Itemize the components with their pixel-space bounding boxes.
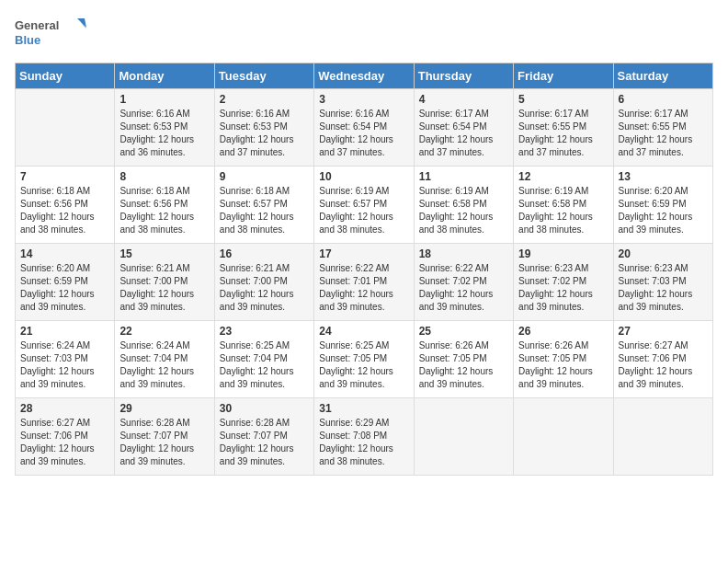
cell-content: Sunrise: 6:19 AM Sunset: 6:58 PM Dayligh… [518,185,608,236]
cell-content: Sunrise: 6:25 AM Sunset: 7:04 PM Dayligh… [220,339,309,391]
calendar-cell: 13Sunrise: 6:20 AM Sunset: 6:59 PM Dayli… [613,167,712,244]
day-number: 13 [619,170,708,183]
header-cell-wednesday: Wednesday [314,63,414,89]
cell-content: Sunrise: 6:18 AM Sunset: 6:56 PM Dayligh… [119,185,209,236]
day-number: 31 [319,402,408,415]
day-number: 7 [20,170,109,183]
week-row-1: 1Sunrise: 6:16 AM Sunset: 6:53 PM Daylig… [16,89,713,167]
calendar-cell: 20Sunrise: 6:23 AM Sunset: 7:03 PM Dayli… [613,244,712,321]
calendar-cell: 1Sunrise: 6:16 AM Sunset: 6:53 PM Daylig… [115,89,214,167]
calendar-body: 1Sunrise: 6:16 AM Sunset: 6:53 PM Daylig… [16,89,713,476]
cell-content: Sunrise: 6:19 AM Sunset: 6:57 PM Dayligh… [319,185,408,236]
day-number: 3 [319,93,408,106]
day-number: 18 [419,247,508,260]
day-number: 23 [220,325,309,338]
calendar-cell: 9Sunrise: 6:18 AM Sunset: 6:57 PM Daylig… [214,167,313,244]
calendar-cell: 25Sunrise: 6:26 AM Sunset: 7:05 PM Dayli… [414,321,513,398]
day-number: 16 [220,247,309,260]
calendar-cell [514,398,613,476]
cell-content: Sunrise: 6:22 AM Sunset: 7:01 PM Dayligh… [319,262,408,314]
day-number: 1 [119,93,209,106]
day-number: 20 [619,247,708,260]
cell-content: Sunrise: 6:25 AM Sunset: 7:05 PM Dayligh… [319,339,408,391]
day-number: 28 [20,402,109,415]
header-cell-tuesday: Tuesday [214,63,313,89]
page-header: General Blue [15,15,713,52]
calendar-cell: 24Sunrise: 6:25 AM Sunset: 7:05 PM Dayli… [314,321,414,398]
logo-svg: General Blue [15,15,88,52]
day-number: 26 [518,325,608,338]
week-row-3: 14Sunrise: 6:20 AM Sunset: 6:59 PM Dayli… [16,244,713,321]
day-number: 9 [220,170,309,183]
cell-content: Sunrise: 6:27 AM Sunset: 7:06 PM Dayligh… [20,417,109,468]
calendar-cell: 16Sunrise: 6:21 AM Sunset: 7:00 PM Dayli… [214,244,313,321]
day-number: 15 [119,247,209,260]
week-row-4: 21Sunrise: 6:24 AM Sunset: 7:03 PM Dayli… [16,321,713,398]
calendar-table: SundayMondayTuesdayWednesdayThursdayFrid… [15,63,713,476]
calendar-cell: 10Sunrise: 6:19 AM Sunset: 6:57 PM Dayli… [314,167,414,244]
cell-content: Sunrise: 6:27 AM Sunset: 7:06 PM Dayligh… [619,339,708,391]
calendar-cell [414,398,513,476]
cell-content: Sunrise: 6:26 AM Sunset: 7:05 PM Dayligh… [419,339,508,391]
calendar-cell: 21Sunrise: 6:24 AM Sunset: 7:03 PM Dayli… [16,321,115,398]
day-number: 6 [619,93,708,106]
day-number: 2 [220,93,309,106]
calendar-cell: 5Sunrise: 6:17 AM Sunset: 6:55 PM Daylig… [514,89,613,167]
calendar-cell: 22Sunrise: 6:24 AM Sunset: 7:04 PM Dayli… [115,321,214,398]
calendar-cell [613,398,712,476]
cell-content: Sunrise: 6:26 AM Sunset: 7:05 PM Dayligh… [518,339,608,391]
calendar-cell: 29Sunrise: 6:28 AM Sunset: 7:07 PM Dayli… [115,398,214,476]
day-number: 11 [419,170,508,183]
logo: General Blue [15,15,88,52]
calendar-cell: 8Sunrise: 6:18 AM Sunset: 6:56 PM Daylig… [115,167,214,244]
header-cell-thursday: Thursday [414,63,513,89]
cell-content: Sunrise: 6:16 AM Sunset: 6:53 PM Dayligh… [119,108,209,159]
calendar-cell: 26Sunrise: 6:26 AM Sunset: 7:05 PM Dayli… [514,321,613,398]
calendar-cell: 17Sunrise: 6:22 AM Sunset: 7:01 PM Dayli… [314,244,414,321]
calendar-header: SundayMondayTuesdayWednesdayThursdayFrid… [16,63,713,89]
cell-content: Sunrise: 6:16 AM Sunset: 6:53 PM Dayligh… [220,108,309,159]
cell-content: Sunrise: 6:20 AM Sunset: 6:59 PM Dayligh… [20,262,109,314]
calendar-cell: 14Sunrise: 6:20 AM Sunset: 6:59 PM Dayli… [16,244,115,321]
header-cell-monday: Monday [115,63,214,89]
day-number: 27 [619,325,708,338]
cell-content: Sunrise: 6:28 AM Sunset: 7:07 PM Dayligh… [119,417,209,468]
cell-content: Sunrise: 6:23 AM Sunset: 7:02 PM Dayligh… [518,262,608,314]
calendar-cell: 18Sunrise: 6:22 AM Sunset: 7:02 PM Dayli… [414,244,513,321]
day-number: 22 [119,325,209,338]
calendar-cell: 11Sunrise: 6:19 AM Sunset: 6:58 PM Dayli… [414,167,513,244]
day-number: 12 [518,170,608,183]
calendar-cell: 31Sunrise: 6:29 AM Sunset: 7:08 PM Dayli… [314,398,414,476]
week-row-2: 7Sunrise: 6:18 AM Sunset: 6:56 PM Daylig… [16,167,713,244]
calendar-cell: 3Sunrise: 6:16 AM Sunset: 6:54 PM Daylig… [314,89,414,167]
calendar-cell: 28Sunrise: 6:27 AM Sunset: 7:06 PM Dayli… [16,398,115,476]
day-number: 10 [319,170,408,183]
cell-content: Sunrise: 6:24 AM Sunset: 7:03 PM Dayligh… [20,339,109,391]
cell-content: Sunrise: 6:21 AM Sunset: 7:00 PM Dayligh… [119,262,209,314]
cell-content: Sunrise: 6:22 AM Sunset: 7:02 PM Dayligh… [419,262,508,314]
day-number: 25 [419,325,508,338]
calendar-cell: 30Sunrise: 6:28 AM Sunset: 7:07 PM Dayli… [214,398,313,476]
day-number: 19 [518,247,608,260]
cell-content: Sunrise: 6:20 AM Sunset: 6:59 PM Dayligh… [619,185,708,236]
cell-content: Sunrise: 6:17 AM Sunset: 6:55 PM Dayligh… [518,108,608,159]
calendar-cell: 27Sunrise: 6:27 AM Sunset: 7:06 PM Dayli… [613,321,712,398]
day-number: 5 [518,93,608,106]
day-number: 29 [119,402,209,415]
cell-content: Sunrise: 6:18 AM Sunset: 6:57 PM Dayligh… [220,185,309,236]
cell-content: Sunrise: 6:28 AM Sunset: 7:07 PM Dayligh… [220,417,309,468]
calendar-cell: 2Sunrise: 6:16 AM Sunset: 6:53 PM Daylig… [214,89,313,167]
day-number: 21 [20,325,109,338]
cell-content: Sunrise: 6:19 AM Sunset: 6:58 PM Dayligh… [419,185,508,236]
cell-content: Sunrise: 6:21 AM Sunset: 7:00 PM Dayligh… [220,262,309,314]
cell-content: Sunrise: 6:17 AM Sunset: 6:54 PM Dayligh… [419,108,508,159]
calendar-cell: 12Sunrise: 6:19 AM Sunset: 6:58 PM Dayli… [514,167,613,244]
calendar-cell [16,89,115,167]
calendar-cell: 7Sunrise: 6:18 AM Sunset: 6:56 PM Daylig… [16,167,115,244]
cell-content: Sunrise: 6:29 AM Sunset: 7:08 PM Dayligh… [319,417,408,468]
svg-text:Blue: Blue [15,33,40,47]
day-number: 24 [319,325,408,338]
calendar-cell: 6Sunrise: 6:17 AM Sunset: 6:55 PM Daylig… [613,89,712,167]
cell-content: Sunrise: 6:16 AM Sunset: 6:54 PM Dayligh… [319,108,408,159]
day-number: 8 [119,170,209,183]
